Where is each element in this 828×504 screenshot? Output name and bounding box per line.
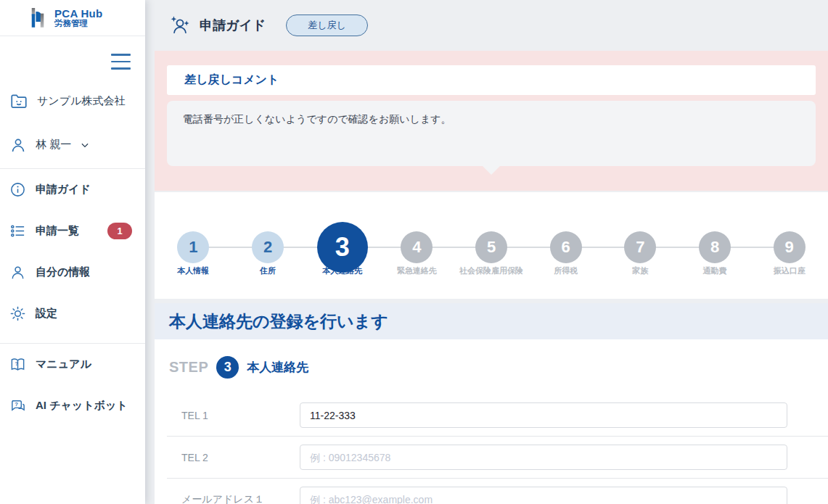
step-1[interactable]: 1 本人情報 (156, 192, 231, 299)
app-logo: PCA Hub 労務管理 (0, 0, 145, 36)
form-row-email1: メールアドレス１ (155, 479, 828, 504)
brand-product: 労務管理 (54, 19, 103, 28)
bubble-tail (482, 165, 501, 175)
step-circle[interactable]: 1 (177, 231, 209, 263)
step-label: 社会保険雇用保険 (459, 265, 523, 276)
step-circle[interactable]: 3 (317, 222, 368, 273)
step-label: 住所 (260, 265, 276, 276)
main-content: 申請ガイド 差し戻し 差し戻しコメント 電話番号が正しくないようですので確認をお… (145, 0, 828, 504)
step-label: 所得税 (554, 265, 578, 276)
sidebar: PCA Hub 労務管理 サンプル株式会社 林 親一 申請ガ (0, 0, 145, 504)
user-icon (9, 136, 27, 154)
step-5[interactable]: 5 社会保険雇用保険 (454, 192, 529, 299)
info-icon (9, 181, 26, 198)
sidebar-item-settings[interactable]: 設定 (0, 293, 145, 334)
step-word: STEP (169, 359, 208, 376)
sidebar-item-label: 申請一覧 (36, 224, 79, 238)
step-label: 緊急連絡先 (397, 265, 437, 276)
step-label: 通勤費 (703, 265, 727, 276)
step-3-active[interactable]: 3 本人連絡先 (305, 192, 380, 299)
step-number-circle: 3 (216, 356, 239, 379)
field-label: メールアドレス１ (155, 493, 300, 504)
sidebar-item-manual[interactable]: ? マニュアル (0, 344, 145, 385)
step-label: 振込口座 (774, 265, 806, 276)
step-label: 家族 (632, 265, 648, 276)
sidebar-item-my-info[interactable]: 自分の情報 (0, 252, 145, 293)
step-8[interactable]: 8 通勤費 (678, 192, 753, 299)
step-circle[interactable]: 5 (475, 231, 507, 263)
page-header: 申請ガイド 差し戻し (155, 0, 828, 51)
step-7[interactable]: 7 家族 (603, 192, 678, 299)
chatbot-icon: ? (9, 397, 26, 414)
list-icon (9, 223, 26, 239)
sidebar-item-label: 申請ガイド (36, 183, 91, 197)
step-circle[interactable]: 4 (401, 231, 433, 263)
hamburger-menu-icon[interactable] (111, 54, 131, 70)
notification-badge: 1 (107, 223, 132, 239)
step-circle[interactable]: 9 (774, 231, 806, 263)
step-9[interactable]: 9 振込口座 (752, 192, 827, 299)
step-circle[interactable]: 8 (699, 231, 731, 263)
sidebar-item-label: AI チャットボット (36, 399, 128, 413)
step-2[interactable]: 2 住所 (231, 192, 306, 299)
rejection-comment-bubble: 電話番号が正しくないようですので確認をお願いします。 (167, 101, 816, 166)
page-title: 申請ガイド (200, 17, 266, 34)
company-folder-icon (9, 92, 28, 111)
pca-hub-logo-icon (28, 4, 48, 33)
email1-input[interactable] (300, 487, 787, 504)
sidebar-item-applications[interactable]: 申請一覧 1 (0, 210, 145, 252)
stepper: 1 本人情報 2 住所 3 本人連絡先 4 緊急連絡先 5 社会保険雇用保険 6… (155, 192, 828, 299)
form-row-tel1: TEL 1 (155, 394, 828, 436)
rejection-comment-title-bar: 差し戻しコメント (167, 65, 816, 95)
sidebar-item-label: 自分の情報 (36, 265, 90, 279)
gear-icon (9, 305, 26, 322)
company-selector[interactable]: サンプル株式会社 (0, 88, 145, 115)
chevron-down-icon (80, 140, 90, 150)
guide-person-sparkle-icon (169, 15, 191, 36)
sidebar-item-guide[interactable]: 申請ガイド (0, 169, 145, 210)
rejection-comment-body: 電話番号が正しくないようですので確認をお願いします。 (183, 113, 800, 126)
step-4[interactable]: 4 緊急連絡先 (380, 192, 454, 299)
tel1-input[interactable] (300, 402, 787, 428)
contact-form-section: 本人連絡先の登録を行います STEP 3 本人連絡先 TEL 1 TEL 2 メ… (155, 303, 828, 504)
sidebar-item-ai-chatbot[interactable]: ? AI チャットボット (0, 385, 145, 426)
section-title: 本人連絡先の登録を行います (169, 310, 388, 333)
step-6[interactable]: 6 所得税 (528, 192, 603, 299)
sidebar-item-label: 設定 (36, 307, 57, 321)
manual-book-icon: ? (9, 356, 26, 373)
company-name: サンプル株式会社 (37, 94, 125, 108)
step-label: 本人情報 (177, 265, 209, 276)
svg-text:?: ? (15, 400, 18, 407)
tel2-input[interactable] (300, 445, 787, 470)
field-label: TEL 1 (155, 410, 300, 421)
field-label: TEL 2 (155, 452, 300, 463)
section-title-band: 本人連絡先の登録を行います (155, 303, 828, 339)
form-row-tel2: TEL 2 (155, 437, 828, 478)
brand-name: PCA Hub (54, 8, 103, 20)
user-name: 林 親一 (36, 138, 71, 152)
step-circle[interactable]: 7 (624, 231, 656, 263)
person-icon (9, 264, 26, 281)
step-name: 本人連絡先 (247, 359, 308, 376)
rejection-comment-section: 差し戻しコメント 電話番号が正しくないようですので確認をお願いします。 (155, 51, 828, 191)
user-menu[interactable]: 林 親一 (0, 131, 145, 160)
sidebar-item-label: マニュアル (36, 358, 91, 371)
step-circle[interactable]: 2 (252, 231, 284, 263)
status-badge[interactable]: 差し戻し (286, 15, 368, 36)
step-circle[interactable]: 6 (550, 231, 582, 263)
svg-text:?: ? (15, 360, 18, 367)
step-heading: STEP 3 本人連絡先 (155, 339, 828, 394)
rejection-comment-title: 差し戻しコメント (184, 73, 279, 88)
